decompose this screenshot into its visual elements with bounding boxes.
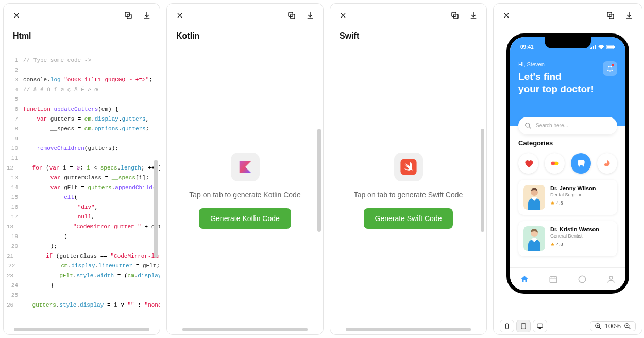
- device-desktop-button[interactable]: [533, 320, 547, 332]
- avatar: [523, 226, 545, 251]
- device-tablet-button[interactable]: [516, 320, 531, 332]
- search-icon: [524, 122, 532, 129]
- nav-profile[interactable]: [606, 275, 616, 284]
- notification-button[interactable]: [603, 61, 617, 76]
- download-icon[interactable]: [623, 10, 635, 21]
- copy-icon[interactable]: [449, 10, 461, 21]
- nav-chat[interactable]: [578, 275, 587, 284]
- doctor-card[interactable]: Dr. Kristin Watson General Dentist ★4.8: [518, 221, 617, 256]
- close-icon[interactable]: [337, 10, 349, 21]
- star-icon: ★: [550, 200, 555, 206]
- category-heart[interactable]: [518, 153, 538, 174]
- doctor-specialty: General Dentist: [550, 233, 599, 239]
- copy-icon[interactable]: [605, 10, 616, 21]
- close-icon[interactable]: [174, 10, 185, 21]
- scrollbar-vertical[interactable]: [317, 129, 321, 232]
- preview-panel: 09:41 Hi, Steven Let's find your top doc…: [493, 3, 642, 335]
- swift-logo-icon: [394, 153, 423, 181]
- category-list: [518, 153, 617, 174]
- avatar: [523, 185, 545, 210]
- categories-title: Categories: [518, 139, 617, 147]
- scrollbar-horizontal[interactable]: [182, 328, 308, 331]
- copy-icon[interactable]: [123, 10, 134, 21]
- phone-mockup: 09:41 Hi, Steven Let's find your top doc…: [506, 33, 629, 294]
- preview-toolbar: 100%: [499, 318, 637, 332]
- zoom-out-button[interactable]: [624, 323, 631, 330]
- search-placeholder: Search here...: [536, 123, 568, 128]
- code-editor[interactable]: 1// Type some code ->23console.log "oO08…: [4, 46, 160, 334]
- notification-dot-icon: [612, 64, 614, 66]
- close-icon[interactable]: [501, 10, 512, 21]
- panel-header: [330, 4, 486, 26]
- svg-rect-12: [595, 45, 596, 49]
- doctor-name: Dr. Kristin Watson: [550, 226, 599, 232]
- panel-header: [4, 4, 160, 26]
- zoom-value: 100%: [605, 323, 621, 330]
- zoom-in-button[interactable]: [595, 323, 602, 330]
- scrollbar-vertical[interactable]: [481, 129, 484, 232]
- doctor-specialty: Dental Surgeon: [550, 192, 596, 197]
- device-phone-button[interactable]: [500, 320, 514, 332]
- nav-calendar[interactable]: [549, 275, 558, 284]
- close-icon[interactable]: [11, 10, 22, 21]
- category-tooth[interactable]: [571, 153, 591, 174]
- category-pill[interactable]: [545, 153, 565, 174]
- svg-point-16: [526, 123, 530, 127]
- doctor-card[interactable]: Dr. Jenny Wilson Dental Surgeon ★4.8: [518, 180, 617, 215]
- download-icon[interactable]: [141, 10, 152, 21]
- svg-rect-26: [537, 324, 543, 327]
- nav-home[interactable]: [520, 275, 529, 284]
- kotlin-panel: Kotlin Tap on tab to generate Kotlin Cod…: [166, 3, 324, 335]
- panel-title: Swift: [330, 26, 486, 46]
- scrollbar-horizontal[interactable]: [346, 328, 471, 331]
- doctor-name: Dr. Jenny Wilson: [550, 185, 596, 191]
- greeting-text: Hi, Steven: [518, 61, 594, 67]
- hero-section: 09:41 Hi, Steven Let's find your top doc…: [510, 37, 625, 126]
- panel-header: [494, 4, 642, 26]
- panel-title: Kotlin: [167, 26, 323, 46]
- status-icons: [590, 44, 615, 50]
- generate-message: Tap on tab to generate Kotlin Code: [189, 191, 300, 199]
- svg-rect-14: [607, 46, 613, 48]
- copy-icon[interactable]: [286, 10, 297, 21]
- doctor-rating: ★4.8: [550, 242, 599, 247]
- svg-rect-18: [551, 161, 555, 165]
- panel-header: [167, 4, 323, 26]
- category-stomach[interactable]: [597, 153, 617, 174]
- search-input[interactable]: Search here...: [518, 117, 617, 134]
- doctor-rating: ★4.8: [550, 200, 596, 206]
- generate-swift-button[interactable]: Generate Swift Code: [364, 208, 453, 229]
- bottom-nav: [510, 267, 625, 290]
- download-icon[interactable]: [304, 10, 316, 21]
- star-icon: ★: [550, 242, 555, 247]
- svg-point-23: [609, 276, 613, 279]
- download-icon[interactable]: [468, 10, 479, 21]
- generate-message: Tap on tab to generate Swift Code: [354, 191, 463, 199]
- kotlin-logo-icon: [231, 153, 260, 181]
- html-code-panel: Html 1// Type some code ->23console.log …: [3, 3, 160, 335]
- notch: [545, 37, 591, 48]
- scrollbar-horizontal[interactable]: [14, 328, 149, 331]
- svg-rect-9: [590, 48, 591, 49]
- svg-rect-15: [614, 46, 615, 48]
- panel-title: Html: [4, 26, 160, 46]
- hero-title: Let's find your top doctor!: [518, 71, 594, 96]
- svg-rect-11: [593, 46, 594, 49]
- status-time: 09:41: [520, 44, 534, 50]
- svg-rect-10: [591, 47, 592, 49]
- swift-panel: Swift Tap on tab to generate Swift Code …: [330, 3, 487, 335]
- scrollbar-vertical[interactable]: [154, 160, 158, 258]
- svg-rect-21: [550, 276, 557, 282]
- generate-kotlin-button[interactable]: Generate Kotlin Code: [199, 208, 291, 229]
